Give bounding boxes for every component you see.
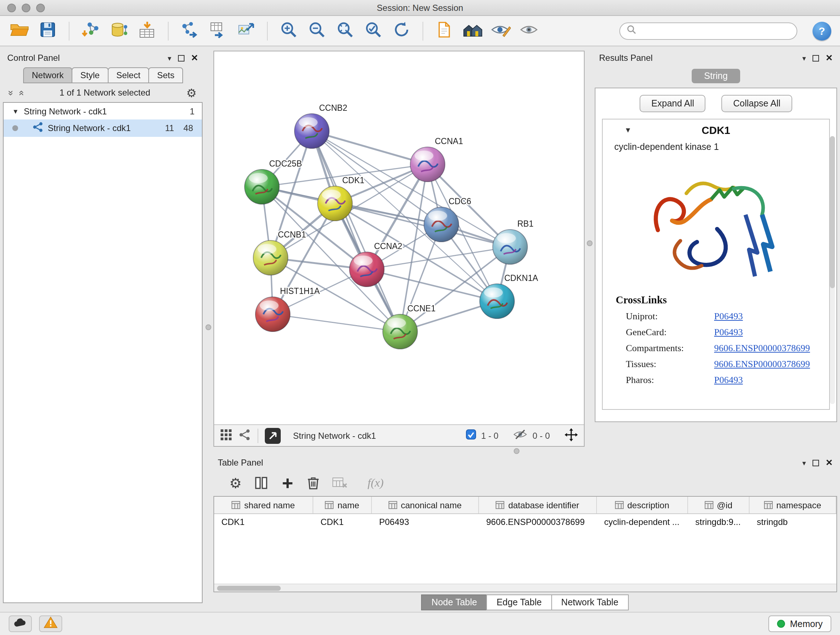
column-header-canonical-name[interactable]: canonical name <box>372 497 479 513</box>
grid-view-icon[interactable] <box>220 428 232 443</box>
network-node-CCNA2[interactable] <box>349 252 384 287</box>
gene-collapse-icon[interactable]: ▼ <box>624 126 632 134</box>
export-table-button[interactable] <box>207 20 229 42</box>
tab-node-table[interactable]: Node Table <box>422 594 487 610</box>
zoom-selected-button[interactable] <box>363 20 384 42</box>
warnings-button[interactable] <box>39 616 62 632</box>
column-header-description[interactable]: description <box>597 497 688 513</box>
expand-all-tree-icon[interactable]: » <box>6 90 16 95</box>
cloud-status-button[interactable] <box>9 616 32 632</box>
column-header-name[interactable]: name <box>313 497 372 513</box>
left-splitter[interactable] <box>202 51 213 612</box>
network-node-CCNA1[interactable] <box>410 147 445 182</box>
collapse-panel-icon[interactable]: ▾ <box>802 459 806 467</box>
collapse-panel-icon[interactable]: ▾ <box>168 54 172 62</box>
minimize-window-button[interactable] <box>22 4 30 12</box>
search-input[interactable] <box>641 25 790 36</box>
network-node-CDC25B[interactable] <box>245 169 279 204</box>
save-session-button[interactable] <box>37 20 58 42</box>
hidden-eye-slash-icon[interactable] <box>513 429 527 442</box>
gene-section: ▼ CDK1 cyclin-dependent kinase 1 <box>602 119 830 410</box>
selected-checkbox-icon[interactable] <box>466 429 476 442</box>
network-share-view-icon[interactable] <box>239 428 251 443</box>
import-table-button[interactable] <box>136 20 158 42</box>
detach-view-button[interactable] <box>265 428 281 443</box>
network-item-row-selected[interactable]: String Network - cdk1 11 48 <box>4 119 202 137</box>
memory-button[interactable]: Memory <box>768 616 831 632</box>
table-horizontal-scrollbar[interactable] <box>214 584 836 592</box>
tab-edge-table[interactable]: Edge Table <box>486 594 552 610</box>
crosslink-value-link[interactable]: 9606.ENSP00000378699 <box>714 342 810 354</box>
annotations-button[interactable] <box>433 20 455 42</box>
browser-home-button[interactable] <box>462 20 483 42</box>
table-row[interactable]: CDK1CDK1P064939606.ENSP00000378699cyclin… <box>214 514 836 532</box>
show-graphics-button[interactable] <box>518 20 540 42</box>
hide-graphics-button[interactable] <box>490 20 512 42</box>
help-question-glyph: ? <box>819 25 825 37</box>
network-options-gear-icon[interactable]: ⚙ <box>186 86 197 100</box>
splitter-handle[interactable] <box>205 325 211 330</box>
crosslink-value-link[interactable]: 9606.ENSP00000378699 <box>714 358 810 370</box>
function-builder-icon[interactable]: f(x) <box>368 477 384 489</box>
tab-network[interactable]: Network <box>23 67 73 83</box>
delete-column-trash-icon[interactable] <box>307 476 320 490</box>
crosslink-value-link[interactable]: P06493 <box>714 374 743 386</box>
zoom-in-button[interactable] <box>278 20 300 42</box>
collection-expand-icon[interactable]: ▼ <box>12 108 19 115</box>
network-node-RB1[interactable] <box>493 230 527 264</box>
network-node-CCNB1[interactable] <box>253 241 288 275</box>
table-options-gear-icon[interactable]: ⚙ <box>229 475 242 491</box>
help-button[interactable]: ? <box>813 21 831 40</box>
table-tabs: Node TableEdge TableNetwork Table <box>213 592 837 612</box>
import-network-database-button[interactable] <box>108 20 129 42</box>
network-node-CDC6[interactable] <box>424 207 459 242</box>
splitter-handle[interactable] <box>514 448 519 454</box>
tab-network-table[interactable]: Network Table <box>551 594 628 610</box>
network-node-CCNB2[interactable] <box>294 114 329 149</box>
pan-crosshair-icon[interactable] <box>564 428 578 443</box>
network-collection-row[interactable]: ▼ String Network - cdk1 1 <box>4 103 202 119</box>
maximize-panel-icon[interactable] <box>813 55 819 61</box>
horizontal-splitter[interactable] <box>213 447 837 455</box>
maximize-panel-icon[interactable] <box>813 459 819 466</box>
zoom-fit-button[interactable] <box>334 20 356 42</box>
expand-all-button[interactable]: Expand All <box>640 95 706 112</box>
maximize-panel-icon[interactable] <box>178 55 185 61</box>
collapse-all-tree-icon[interactable]: » <box>16 90 26 95</box>
apply-layout-button[interactable] <box>391 20 412 42</box>
zoom-window-button[interactable] <box>36 4 45 12</box>
crosslink-value-link[interactable]: P06493 <box>714 310 743 322</box>
column-header-namespace[interactable]: namespace <box>750 497 836 513</box>
export-network-button[interactable] <box>179 20 201 42</box>
network-canvas[interactable]: CCNB2CCNA1CDC25BCDK1CDC6RB1CCNB1CCNA2CDK… <box>214 51 584 424</box>
splitter-handle[interactable] <box>587 241 592 246</box>
tab-sets[interactable]: Sets <box>148 67 183 83</box>
close-panel-icon[interactable]: ✕ <box>826 53 833 63</box>
collapse-all-button[interactable]: Collapse All <box>722 95 792 112</box>
network-node-CCNE1[interactable] <box>383 314 417 349</box>
export-image-button[interactable] <box>235 20 257 42</box>
results-tab-string[interactable]: String <box>692 69 740 83</box>
column-header-database-identifier[interactable]: database identifier <box>479 497 597 513</box>
column-header-shared-name[interactable]: shared name <box>214 497 313 513</box>
open-session-button[interactable] <box>9 20 30 42</box>
tab-select[interactable]: Select <box>107 67 149 83</box>
column-header--id[interactable]: @id <box>688 497 750 513</box>
search-box[interactable] <box>619 22 797 40</box>
network-node-CDK1[interactable] <box>317 186 352 221</box>
close-panel-icon[interactable]: ✕ <box>826 458 833 468</box>
scrollbar-thumb[interactable] <box>217 586 281 591</box>
collapse-panel-icon[interactable]: ▾ <box>802 54 806 62</box>
zoom-out-button[interactable] <box>306 20 328 42</box>
network-node-HIST1H1A[interactable] <box>256 297 290 332</box>
tab-style[interactable]: Style <box>72 67 108 83</box>
add-column-icon[interactable] <box>281 476 294 490</box>
center-splitter[interactable] <box>584 51 595 447</box>
results-scrollbar[interactable] <box>830 136 835 404</box>
close-window-button[interactable] <box>7 4 16 12</box>
import-network-file-button[interactable] <box>80 20 101 42</box>
close-panel-icon[interactable]: ✕ <box>191 53 198 63</box>
show-columns-icon[interactable] <box>254 476 268 490</box>
network-node-CDKN1A[interactable] <box>480 284 515 318</box>
crosslink-value-link[interactable]: P06493 <box>714 326 743 338</box>
